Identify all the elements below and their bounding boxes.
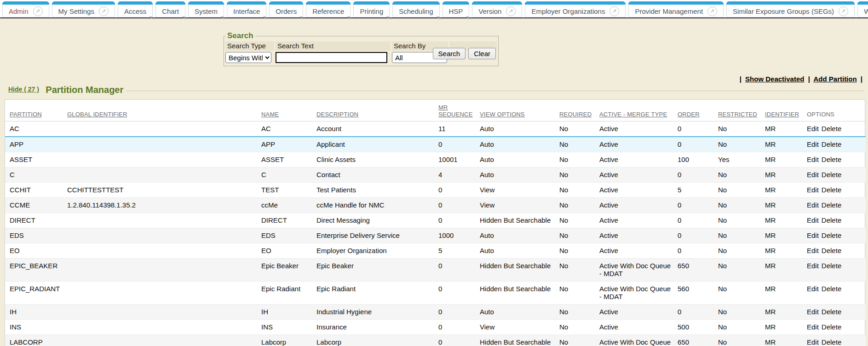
external-link-icon[interactable]: ↗ (506, 6, 516, 16)
delete-link[interactable]: Delete (822, 308, 841, 316)
add-partition-link[interactable]: Add Partition (813, 75, 857, 83)
tab-scheduling[interactable]: Scheduling (392, 1, 439, 17)
column-header-label[interactable]: DESCRIPTION (316, 111, 358, 118)
table-row-cchit[interactable]: CCHITCCHITTESTTESTTESTTest Patients0View… (5, 183, 866, 198)
column-header-active-merge-type[interactable]: ACTIVE - MERGE TYPE (599, 100, 678, 121)
column-header-label[interactable]: ACTIVE - MERGE TYPE (599, 111, 667, 118)
column-header-label[interactable]: GLOBAL IDENTIFIER (67, 111, 127, 118)
column-header-view-options[interactable]: VIEW OPTIONS (480, 100, 559, 121)
tab-system[interactable]: System (188, 1, 224, 17)
table-row-ins[interactable]: INSINSInsurance0ViewNoActive500NoMREditD… (5, 320, 866, 335)
cell-view-options: Auto (480, 243, 559, 259)
tab-provider-management[interactable]: Provider Management↗ (628, 1, 724, 17)
tab-work-locations[interactable]: Work Locations↗ (857, 1, 868, 17)
edit-link[interactable]: Edit (807, 231, 819, 239)
table-row-direct[interactable]: DIRECTDIRECTDirect Messaging0Hidden But … (5, 213, 866, 228)
tab-access[interactable]: Access (118, 1, 153, 17)
delete-link[interactable]: Delete (822, 171, 841, 179)
tab-my-settings[interactable]: My Settings↗ (52, 1, 115, 17)
tab-chart[interactable]: Chart (155, 1, 185, 17)
edit-link[interactable]: Edit (807, 308, 819, 316)
tab-reference[interactable]: Reference (306, 1, 351, 17)
tab-employer-organizations[interactable]: Employer Organizations↗ (525, 1, 626, 17)
table-row-labcorp[interactable]: LABCORPLabcorpLabcorp0Hidden But Searcha… (5, 335, 866, 346)
column-header-description[interactable]: DESCRIPTION (316, 100, 438, 121)
tab-similar-exposure-groups-segs[interactable]: Similar Exposure Groups (SEGs)↗ (726, 1, 855, 17)
edit-link[interactable]: Edit (807, 125, 819, 133)
tab-hsp[interactable]: HSP (443, 1, 470, 17)
tab-version[interactable]: Version↗ (472, 1, 522, 17)
table-row-ccme[interactable]: CCME1.2.840.114398.1.35.2ccMeccMe Handle… (5, 198, 866, 213)
column-header-required[interactable]: REQUIRED (559, 100, 599, 121)
edit-link[interactable]: Edit (807, 247, 819, 254)
delete-link[interactable]: Delete (822, 201, 841, 209)
search-button[interactable]: Search (433, 48, 466, 59)
column-header-label[interactable]: NAME (261, 111, 279, 118)
external-link-icon[interactable]: ↗ (707, 6, 717, 16)
delete-link[interactable]: Delete (822, 285, 841, 293)
delete-link[interactable]: Delete (822, 125, 841, 133)
delete-link[interactable]: Delete (822, 231, 841, 239)
column-header-order[interactable]: ORDER (678, 100, 718, 121)
clear-button[interactable]: Clear (468, 48, 496, 59)
column-header-label[interactable]: MR SEQUENCE (438, 104, 473, 118)
show-deactivated-link[interactable]: Show Deactivated (745, 75, 804, 83)
tab-printing[interactable]: Printing (353, 1, 390, 17)
delete-link[interactable]: Delete (822, 323, 841, 331)
column-header-partition[interactable]: PARTITION (5, 100, 67, 121)
edit-link[interactable]: Edit (807, 216, 819, 224)
column-header-label[interactable]: REQUIRED (559, 111, 592, 118)
cell-required: No (559, 137, 599, 152)
delete-link[interactable]: Delete (822, 140, 841, 148)
edit-link[interactable]: Edit (807, 156, 819, 163)
delete-link[interactable]: Delete (822, 186, 841, 194)
delete-link[interactable]: Delete (822, 247, 841, 254)
search-input[interactable] (276, 52, 387, 63)
column-header-global-identifier[interactable]: GLOBAL IDENTIFIER (67, 100, 261, 121)
table-row-asset[interactable]: ASSETASSETClinic Assets10001AutoNoActive… (5, 152, 866, 167)
column-header-identifier[interactable]: IDENTIFIER (765, 100, 807, 121)
column-header-label[interactable]: PARTITION (10, 111, 42, 118)
cell-identifier: MR (765, 183, 807, 198)
table-row-ih[interactable]: IHIHIndustrial Hygiene0AutoNoActive0NoMR… (5, 305, 866, 320)
edit-link[interactable]: Edit (807, 262, 819, 270)
delete-link[interactable]: Delete (822, 156, 841, 163)
tab-interface[interactable]: Interface (227, 1, 266, 17)
edit-link[interactable]: Edit (807, 338, 819, 346)
edit-link[interactable]: Edit (807, 140, 819, 148)
table-row-app[interactable]: APPAPPApplicant0AutoNoActive0NoMREditDel… (5, 137, 866, 152)
table-row-epic-beaker[interactable]: EPIC_BEAKEREpic BeakerEpic Beaker0Hidden… (5, 259, 866, 282)
table-row-ac[interactable]: ACACAccount11AutoNoActive0NoMREditDelete (5, 121, 866, 137)
hide-toggle-link[interactable]: Hide ( 27 ) (8, 86, 39, 93)
delete-link[interactable]: Delete (822, 338, 841, 346)
column-header-name[interactable]: NAME (261, 100, 316, 121)
edit-link[interactable]: Edit (807, 285, 819, 293)
column-header-label[interactable]: VIEW OPTIONS (480, 111, 525, 118)
edit-link[interactable]: Edit (807, 171, 819, 179)
external-link-icon[interactable]: ↗ (609, 6, 619, 16)
cell-order: 0 (678, 213, 718, 228)
tab-orders[interactable]: Orders (269, 1, 303, 17)
table-row-epic-radiant[interactable]: EPIC_RADIANTEpic RadiantEpic Radiant0Hid… (5, 282, 866, 305)
table-row-c[interactable]: CCContact4AutoNoActive0NoMREditDelete (5, 167, 866, 183)
tab-label: Version (478, 7, 501, 15)
column-header-label[interactable]: RESTRICTED (718, 111, 757, 118)
tab-admin[interactable]: Admin↗ (2, 1, 49, 17)
table-row-eds[interactable]: EDSEDSEnterprise Delivery Service1000Aut… (5, 228, 866, 243)
cell-view-options: Auto (480, 228, 559, 243)
external-link-icon[interactable]: ↗ (839, 6, 848, 16)
edit-link[interactable]: Edit (807, 323, 819, 331)
cell-description: Employer Organization (316, 243, 438, 259)
edit-link[interactable]: Edit (807, 186, 819, 194)
column-header-mr-sequence[interactable]: MR SEQUENCE (438, 100, 480, 121)
external-link-icon[interactable]: ↗ (33, 6, 43, 16)
external-link-icon[interactable]: ↗ (99, 6, 109, 16)
column-header-label[interactable]: IDENTIFIER (765, 111, 799, 118)
delete-link[interactable]: Delete (822, 262, 841, 270)
table-row-eo[interactable]: EOEOEmployer Organization5AutoNoActive0N… (5, 243, 866, 259)
search-type-select[interactable]: Begins With (225, 52, 271, 63)
edit-link[interactable]: Edit (807, 201, 819, 209)
column-header-restricted[interactable]: RESTRICTED (718, 100, 765, 121)
delete-link[interactable]: Delete (822, 216, 841, 224)
column-header-label[interactable]: ORDER (678, 111, 700, 118)
